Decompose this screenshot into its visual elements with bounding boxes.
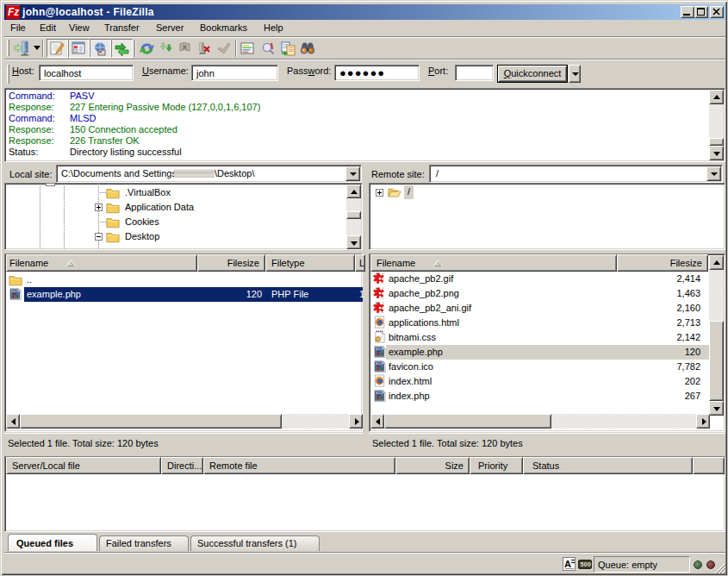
svg-text:Fz: Fz [8, 6, 19, 18]
